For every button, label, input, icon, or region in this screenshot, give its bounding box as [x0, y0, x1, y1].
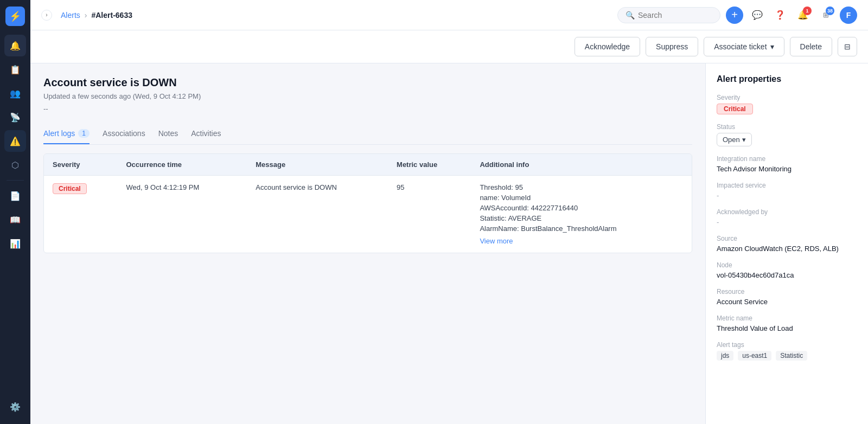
info-threshold: Threshold: 95 — [480, 183, 683, 191]
severity-value-badge: Critical — [717, 104, 753, 114]
prop-status-label: Status — [717, 123, 857, 131]
search-icon: 🔍 — [626, 11, 635, 20]
tabs: Alert logs 1 Associations Notes Activiti… — [43, 124, 692, 145]
prop-node-value: vol-05430b4ec60d7a1ca — [717, 271, 857, 279]
status-dropdown[interactable]: Open ▾ — [717, 133, 752, 146]
additional-info-block: Threshold: 95 name: VolumeId AWSAccountI… — [480, 183, 683, 245]
cell-occurrence-time: Wed, 9 Oct 4:12:19 PM — [117, 176, 247, 253]
prop-ack-label: Acknowledged by — [717, 208, 857, 216]
topbar: › Alerts › #Alert-6633 🔍 + 💬 ❓ 🔔 1 ⊞ — [30, 0, 868, 30]
tab-alert-logs-label: Alert logs — [43, 129, 75, 138]
panel-title: Alert properties — [717, 74, 857, 84]
sidebar-item-incidents[interactable]: 📋 — [4, 59, 26, 80]
alert-dash: -- — [43, 105, 692, 113]
sidebar-item-alerts[interactable]: 🔔 — [4, 35, 26, 56]
tab-activities[interactable]: Activities — [191, 124, 221, 144]
prop-node-label: Node — [717, 261, 857, 269]
search-box[interactable]: 🔍 — [617, 7, 720, 23]
breadcrumb-parent[interactable]: Alerts — [61, 11, 80, 20]
breadcrumb-separator: › — [85, 11, 87, 20]
tab-associations-label: Associations — [103, 129, 145, 138]
prop-source-value: Amazon CloudWatch (EC2, RDS, ALB) — [717, 245, 857, 253]
sidebar-item-active-alerts[interactable]: ⚠️ — [4, 130, 26, 152]
reports-icon: 📄 — [10, 191, 21, 201]
main-panel: Account service is DOWN Updated a few se… — [30, 63, 705, 424]
cell-additional-info: Threshold: 95 name: VolumeId AWSAccountI… — [471, 176, 692, 253]
suppress-button[interactable]: Suppress — [646, 37, 698, 56]
sidebar: ⚡ 🔔 📋 👥 📡 ⚠️ ⬡ 📄 📖 📊 ⚙️ — [0, 0, 30, 424]
notifications-button[interactable]: 🔔 1 — [794, 7, 812, 24]
settings-icon: ⚙️ — [10, 402, 21, 412]
severity-badge: Critical — [53, 183, 87, 194]
sidebar-item-book[interactable]: 📖 — [4, 209, 26, 230]
add-button[interactable]: + — [726, 7, 743, 24]
prop-impacted-label: Impacted service — [717, 182, 857, 189]
topbar-right: 🔍 + 💬 ❓ 🔔 1 ⊞ 38 F — [617, 7, 857, 24]
col-severity: Severity — [44, 154, 117, 176]
book-icon: 📖 — [10, 215, 21, 225]
prop-integration-name: Integration name Tech Advisor Monitoring — [717, 155, 857, 173]
breadcrumb-current: #Alert-6633 — [91, 11, 132, 20]
prop-impacted-value: - — [717, 191, 857, 200]
tab-associations[interactable]: Associations — [103, 124, 145, 144]
prop-metric-name: Metric name Threshold Value of Load — [717, 314, 857, 332]
prop-node: Node vol-05430b4ec60d7a1ca — [717, 261, 857, 279]
prop-integration-value: Tech Advisor Monitoring — [717, 165, 857, 173]
tab-alert-logs[interactable]: Alert logs 1 — [43, 124, 90, 144]
incidents-icon: 📋 — [10, 65, 21, 75]
associate-ticket-button[interactable]: Associate ticket ▾ — [704, 37, 784, 56]
content-area: Account service is DOWN Updated a few se… — [30, 63, 868, 424]
view-more-link[interactable]: View more — [480, 237, 683, 245]
action-bar: Acknowledge Suppress Associate ticket ▾ … — [30, 30, 868, 63]
sidebar-item-settings[interactable]: ⚙️ — [4, 396, 26, 417]
alert-logs-table: Severity Occurrence time Message Metric … — [43, 153, 692, 253]
prop-metric-label: Metric name — [717, 314, 857, 322]
col-message: Message — [247, 154, 388, 176]
sidebar-item-layers[interactable]: ⬡ — [4, 154, 26, 176]
status-value: Open — [723, 136, 740, 144]
acknowledge-button[interactable]: Acknowledge — [575, 37, 640, 56]
search-input[interactable] — [638, 11, 712, 20]
breadcrumb: Alerts › #Alert-6633 — [61, 11, 611, 20]
alert-icon: 🔔 — [10, 41, 21, 51]
prop-status: Status Open ▾ — [717, 123, 857, 146]
prop-resource: Resource Account Service — [717, 288, 857, 306]
prop-integration-label: Integration name — [717, 155, 857, 163]
apps-button[interactable]: ⊞ 38 — [817, 7, 834, 24]
sidebar-item-users[interactable]: 👥 — [4, 82, 26, 104]
help-button[interactable]: ❓ — [771, 7, 789, 24]
cell-message: Account service is DOWN — [247, 176, 388, 253]
alert-updated: Updated a few seconds ago (Wed, 9 Oct 4:… — [43, 92, 692, 100]
delete-button[interactable]: Delete — [790, 37, 832, 56]
grid-view-button[interactable]: ⊟ — [838, 37, 857, 56]
tag-jds[interactable]: jds — [717, 351, 733, 361]
sidebar-item-chart[interactable]: 📊 — [4, 233, 26, 254]
tab-notes-label: Notes — [158, 129, 178, 138]
right-panel: Alert properties Severity Critical Statu… — [705, 63, 868, 424]
cell-metric-value: 95 — [388, 176, 471, 253]
prop-source-label: Source — [717, 235, 857, 242]
user-avatar[interactable]: F — [840, 7, 857, 24]
tags-container: jds us-east1 Statistic — [717, 351, 857, 361]
apps-badge: 38 — [826, 7, 834, 15]
notification-badge: 1 — [803, 7, 812, 15]
tab-alert-logs-badge: 1 — [78, 129, 90, 138]
collapse-button[interactable]: › — [41, 10, 52, 21]
col-metric-value: Metric value — [388, 154, 471, 176]
info-statistic: Statistic: AVERAGE — [480, 214, 683, 222]
info-aws-account: AWSAccountId: 442227716440 — [480, 204, 683, 212]
monitoring-icon: 📡 — [10, 112, 21, 123]
messages-button[interactable]: 💬 — [749, 7, 766, 24]
col-occurrence-time: Occurrence time — [117, 154, 247, 176]
prop-metric-value: Threshold Value of Load — [717, 324, 857, 332]
tag-us-east1[interactable]: us-east1 — [738, 351, 771, 361]
tag-statistic[interactable]: Statistic — [776, 351, 807, 361]
sidebar-item-reports[interactable]: 📄 — [4, 185, 26, 207]
cell-severity: Critical — [44, 176, 117, 253]
app-logo[interactable]: ⚡ — [5, 7, 25, 26]
prop-acknowledged-by: Acknowledged by - — [717, 208, 857, 226]
prop-source: Source Amazon CloudWatch (EC2, RDS, ALB) — [717, 235, 857, 253]
active-alert-icon: ⚠️ — [10, 136, 21, 146]
sidebar-item-monitoring[interactable]: 📡 — [4, 106, 26, 128]
tab-notes[interactable]: Notes — [158, 124, 178, 144]
